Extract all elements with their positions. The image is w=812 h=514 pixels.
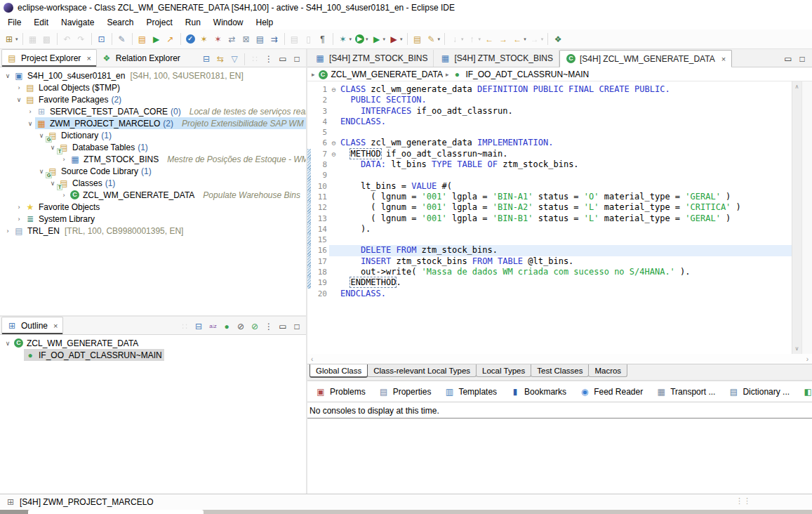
tab-outline[interactable]: ⊞ Outline × <box>1 317 63 334</box>
link-editor-button[interactable]: ⇆ <box>213 51 227 67</box>
tree-item[interactable]: ∨▤GDictionary(1) <box>0 129 306 141</box>
code-line[interactable]: 8 DATA: lt_bins TYPE TABLE OF ztm_stock_… <box>307 159 792 170</box>
editor-tab[interactable]: ▦[S4H] ZTM_STOCK_BINS <box>434 50 559 67</box>
tree-item[interactable]: ›▤TRL_EN[TRL, 100, CB9980001395, EN] <box>0 225 306 237</box>
fold-collapse-icon[interactable]: ⊖ <box>329 149 338 159</box>
code-line[interactable]: 15 <box>307 235 792 245</box>
tree-item[interactable]: ›≣System Library <box>0 213 306 225</box>
code-line[interactable]: 14 ). <box>307 224 792 235</box>
chevron-right-icon[interactable]: › <box>3 228 13 235</box>
chevron-down-icon[interactable]: ∨ <box>48 144 58 151</box>
public-dot-button[interactable]: ● <box>220 319 234 334</box>
fold-collapse-icon[interactable]: ⊖ <box>329 84 338 95</box>
dropdown-arrow-icon[interactable]: ▾ <box>541 37 544 42</box>
tab-class-relevant-local-types[interactable]: Class-relevant Local Types <box>367 364 477 377</box>
tab-project-explorer[interactable]: ▤ Project Explorer × <box>1 49 97 67</box>
code-line[interactable]: 9 <box>307 170 792 180</box>
chevron-right-icon[interactable]: › <box>14 204 24 211</box>
focus-dots-button[interactable]: ∷ <box>178 319 192 334</box>
scroll-down-icon[interactable]: ∨ <box>795 345 799 352</box>
code-line[interactable]: 5 <box>307 127 792 138</box>
dropdown-arrow-icon[interactable]: ▾ <box>366 37 368 42</box>
minimize-button[interactable]: ▭ <box>276 51 290 67</box>
run-button[interactable]: ▶▾ <box>353 32 370 47</box>
sap-gui-button[interactable]: ↗ <box>164 32 178 47</box>
maximize-button[interactable]: □ <box>290 319 304 334</box>
last-edit-button[interactable]: ↓▾ <box>448 32 465 47</box>
code-line[interactable]: 6⊖CLASS zcl_wm_generate_data IMPLEMENTAT… <box>307 138 792 148</box>
back-history-button[interactable]: ←▾ <box>510 32 528 47</box>
code-line[interactable]: 19 ENDMETHOD. <box>307 277 792 288</box>
code-line[interactable]: 3 INTERFACES if_oo_adt_classrun. <box>307 106 792 117</box>
chevron-down-icon[interactable]: ∨ <box>48 180 58 187</box>
code-line[interactable]: 12 ( lgnum = '001' lgpla = 'BIN-A2' stat… <box>307 202 792 213</box>
view-menu-button[interactable]: ⋮ <box>262 319 276 334</box>
save-all-button[interactable]: ▩ <box>40 32 54 47</box>
breadcrumb-class[interactable]: ZCL_WM_GENERATE_DATA <box>331 70 443 79</box>
chevron-right-icon[interactable]: ▸ <box>312 71 315 78</box>
focus-dots-button[interactable]: ∷ <box>248 51 262 67</box>
horizontal-scrollbar[interactable]: ‹ › <box>307 354 812 364</box>
dropdown-arrow-icon[interactable]: ▾ <box>350 37 352 42</box>
activate-all-button[interactable]: ✶ <box>197 32 211 47</box>
code-line[interactable]: 17 INSERT ztm_stock_bins FROM TABLE @lt_… <box>307 256 792 267</box>
sort-az-button[interactable]: a↓z <box>206 319 220 334</box>
chevron-down-icon[interactable]: ∨ <box>36 132 46 139</box>
tree-item[interactable]: ∨▣S4H_100_s4user0181_en[S4H, 100, S4USER… <box>0 70 306 81</box>
code-line[interactable]: 10 lt_bins = VALUE #( <box>307 181 792 192</box>
collapse-all-button[interactable]: ⊟ <box>199 51 213 67</box>
pin-editor-button[interactable]: ✎ <box>115 32 129 47</box>
tree-item[interactable]: ›⊞SERVICE_TEST_DATA_CORE(0)Local de test… <box>0 105 306 117</box>
tree-item[interactable]: ›▤Local Objects ($TMP) <box>0 81 306 93</box>
minimize-button[interactable]: ▭ <box>781 51 795 67</box>
code-line[interactable]: 7⊖ METHOD if_oo_adt_classrun~main. <box>307 149 792 159</box>
chevron-right-icon[interactable]: › <box>59 192 69 199</box>
tree-item[interactable]: ∨▤TDatabase Tables(1) <box>0 141 306 153</box>
close-icon[interactable]: × <box>721 55 726 63</box>
menu-run[interactable]: Run <box>179 16 207 29</box>
menu-help[interactable]: Help <box>250 16 280 29</box>
collapse-all-button[interactable]: ⊟ <box>192 319 206 334</box>
chevron-right-icon[interactable]: › <box>14 216 24 223</box>
sync-editor-button[interactable]: ▤ <box>288 32 302 47</box>
chevron-right-icon[interactable]: › <box>59 156 69 163</box>
view-tab-templates[interactable]: ▥Templates <box>438 383 502 401</box>
undo-button[interactable]: ↶ <box>60 32 74 47</box>
open-console-button[interactable]: ⊡ <box>95 32 109 47</box>
mass-activate-button[interactable]: ✶ <box>211 32 225 47</box>
minimize-button[interactable]: ▭ <box>276 319 290 334</box>
scroll-up-icon[interactable]: ∧ <box>795 84 799 90</box>
code-line[interactable]: 13 ( lgnum = '001' lgpla = 'BIN-B1' stat… <box>307 213 792 224</box>
menu-window[interactable]: Window <box>207 16 250 29</box>
dropdown-arrow-icon[interactable]: ▾ <box>400 37 403 42</box>
new-wizard-button[interactable]: ⊞▾ <box>2 32 20 47</box>
chevron-down-icon[interactable]: ∨ <box>25 120 35 127</box>
view-tab-problems[interactable]: ▣Problems <box>310 383 371 401</box>
menu-file[interactable]: File <box>1 16 27 29</box>
code-line[interactable]: 20ENDCLASS. <box>307 289 792 299</box>
menu-navigate[interactable]: Navigate <box>55 16 100 29</box>
tree-item[interactable]: ›★Favorite Objects <box>0 201 306 213</box>
tree-item[interactable]: ›▦ZTM_STOCK_BINSMestre de Posições de Es… <box>0 153 306 165</box>
back-button[interactable]: ← <box>482 32 496 47</box>
forward-button[interactable]: → <box>496 32 510 47</box>
tree-item[interactable]: ∨▦ZWM_PROJECT_MARCELO(2)Projeto Extensib… <box>0 117 306 129</box>
chevron-right-icon[interactable]: › <box>25 108 35 115</box>
menu-project[interactable]: Project <box>140 16 178 29</box>
prev-edit-button[interactable]: ↑▾ <box>465 32 483 47</box>
maximize-button[interactable]: □ <box>290 51 304 67</box>
debug-button[interactable]: ✶▾ <box>336 32 354 47</box>
dropdown-arrow-icon[interactable]: ▾ <box>524 37 526 42</box>
code-line[interactable]: 16 DELETE FROM ztm_stock_bins. <box>307 245 792 256</box>
scroll-right-icon[interactable]: › <box>806 355 808 363</box>
dropdown-arrow-icon[interactable]: ▾ <box>15 37 18 42</box>
tree-item[interactable]: ∨▤Favorite Packages(2) <box>0 93 306 105</box>
coverage-button[interactable]: ▶▾ <box>387 32 404 47</box>
view-tab-transport[interactable]: ▦Transport ... <box>650 383 721 401</box>
tree-item[interactable]: ›CZCL_WM_GENERATE_DATAPopulate Warehouse… <box>0 189 306 201</box>
view-tab-dictionary[interactable]: ▤Dictionary ... <box>722 383 795 401</box>
code-editor[interactable]: 1⊖CLASS zcl_wm_generate_data DEFINITION … <box>307 81 812 354</box>
tree-item[interactable]: ∨CZCL_WM_GENERATE_DATA <box>0 337 306 349</box>
dropdown-arrow-icon[interactable]: ▾ <box>461 37 464 42</box>
open-abap-object-button[interactable]: ▤ <box>135 32 149 47</box>
